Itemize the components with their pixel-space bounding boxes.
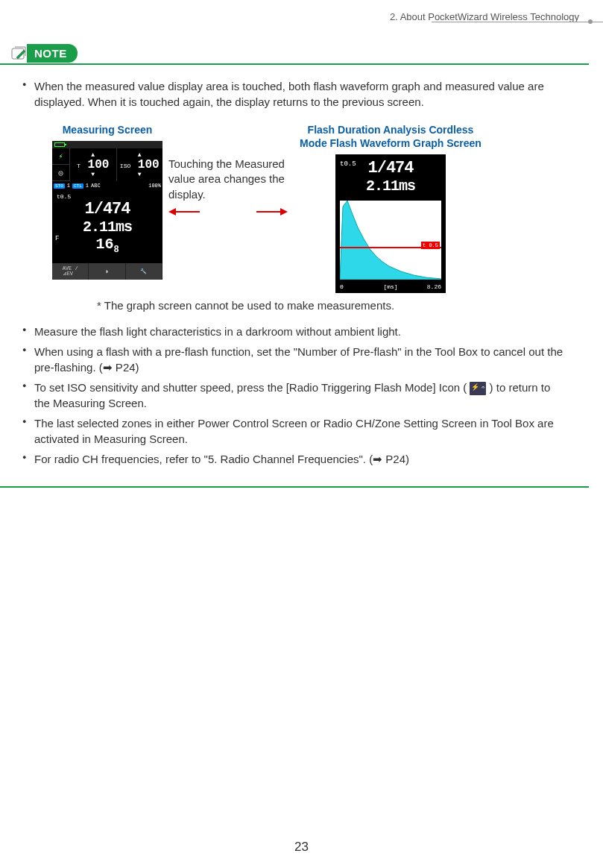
arrow-left-icon [168,207,200,217]
note-bullet-6: For radio CH frequencies, refer to "5. R… [22,451,566,467]
fraction-value: 1/474 [52,200,162,218]
note-tab: NOTE [9,43,78,63]
measuring-screen-block: Measuring Screen ⚡ ◎ ▲ T 100 ▼ [52,123,162,280]
status-abc: ABC [91,183,101,189]
x-min: 0 [340,283,344,290]
svg-marker-4 [280,208,288,216]
ave-ev-button: AVE / ⊿EV [52,263,89,280]
target-icon: ◎ [52,165,69,181]
bullet4-part-a: To set ISO sensitivity and shutter speed… [34,381,470,394]
radio-flash-mode-icon [470,382,486,395]
x-max: 8.26 [427,283,441,290]
t-value: 100 [88,158,110,172]
note-bullet-3: When using a flash with a pre-flash func… [22,344,566,375]
x-unit: [ms] [383,283,397,290]
status-pct: 100% [148,183,161,189]
note-box: NOTE When the measured value display are… [0,43,589,488]
note-bullet-2: Measure the flash light characteristics … [22,324,566,339]
graph-t05: t0.5 [340,160,356,168]
measuring-screen-title: Measuring Screen [63,123,153,136]
middle-caption: Touching the Measured value area changes… [168,157,288,217]
aperture-sub: 8 [113,245,119,255]
graph-ms: 2.11ms [335,177,446,195]
iso-label: ISO [120,163,130,169]
waveform-chart: t 0.5 [340,201,441,280]
down-arrow-icon: ▼ [138,172,142,177]
measuring-screen: ⚡ ◎ ▲ T 100 ▼ ▲ ISO 100 [52,141,162,280]
page-number: 23 [294,840,309,855]
wrench-button: 🔧 [126,263,162,280]
note-label: NOTE [27,44,78,63]
graph-footnote: * The graph screen cannot be used to mak… [97,299,566,312]
screens-comparison: Measuring Screen ⚡ ◎ ▲ T 100 ▼ [52,123,566,293]
note-bullet-5: The last selected zones in either Power … [22,415,566,447]
t-label: T [77,163,80,169]
note-bullet-4: To set ISO sensitivity and shutter speed… [22,380,566,411]
arrow-right-icon [256,207,288,217]
header-dot [588,19,593,24]
graph-screen-title: Flash Duration Analysis Cordless Mode Fl… [294,123,487,150]
status-num2: 1 [86,183,89,189]
note-bullet-1: When the measured value display area is … [22,78,566,110]
graph-screen: t0.5 1/474 2.11ms t 0.5 0 8.26 [335,154,446,293]
up-arrow-icon: ▲ [138,152,142,158]
up-arrow-icon: ▲ [91,152,95,158]
chapter-title: 2. About PocketWizard Wireless Technolog… [390,11,579,22]
note-body: When the measured value display area is … [0,63,589,488]
header-rule [432,22,603,22]
dome-button: ◗ [89,263,125,280]
flash-mode-icon: ⚡ [52,148,69,165]
f-label: F [55,235,59,242]
iso-value: 100 [138,158,160,172]
down-arrow-icon: ▼ [91,172,95,177]
status-num1: 1 [67,183,70,189]
graph-screen-block: Flash Duration Analysis Cordless Mode Fl… [294,123,487,293]
sto-badge: STO [54,183,65,189]
t05-label: t0.5 [52,193,162,200]
ctl-badge: CTL [72,183,83,189]
aperture-value: 16 [95,236,113,253]
svg-marker-2 [168,208,176,216]
threshold-label: t 0.5 [421,242,440,249]
battery-icon [54,142,65,147]
middle-text: Touching the Measured value area changes… [168,157,288,202]
ms-value: 2.11ms [52,218,162,236]
